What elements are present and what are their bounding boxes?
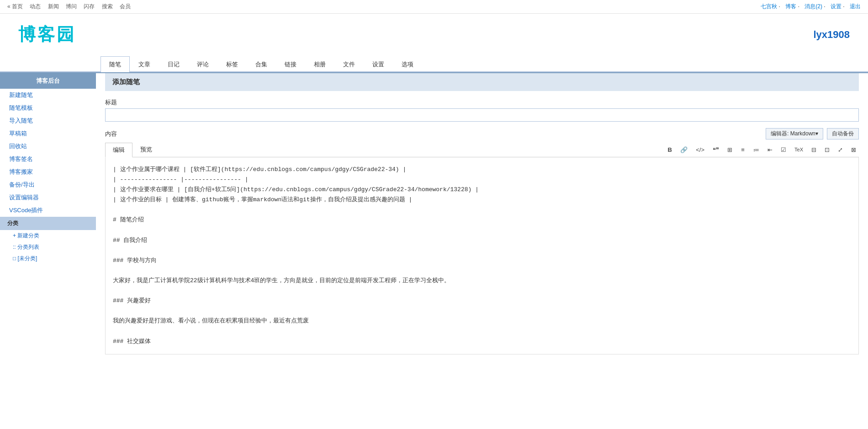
sidebar-editor-settings[interactable]: 设置编辑器	[0, 191, 96, 204]
tab-tag[interactable]: 标签	[217, 56, 247, 72]
tab-diary[interactable]: 日记	[159, 56, 188, 72]
content-group: 内容 编辑器: Markdown▾ 自动备份 编辑 预览 B 🔗 </> ❝❞ …	[105, 128, 859, 354]
main-layout: 博客后台 新建随笔 随笔模板 导入随笔 草稿箱 回收站 博客签名 博客搬家 备份…	[0, 73, 868, 393]
message-link[interactable]: 消息(2)	[804, 3, 822, 10]
nav-questions[interactable]: 博问	[66, 3, 77, 10]
toolbar-btn-extra3[interactable]: ⤢	[835, 145, 846, 155]
toolbar-ul[interactable]: ≡	[738, 145, 748, 155]
toolbar-code[interactable]: </>	[693, 145, 707, 155]
sidebar-migrate[interactable]: 博客搬家	[0, 166, 96, 178]
logo: 博客园	[18, 23, 76, 46]
sidebar-header: 博客后台	[0, 73, 96, 89]
username: lyx1908	[813, 29, 850, 41]
tab-album[interactable]: 相册	[305, 56, 334, 72]
nav-search[interactable]: 搜索	[102, 3, 113, 10]
title-group: 标题	[105, 98, 859, 122]
blog-link[interactable]: 博客	[785, 3, 796, 10]
content-title: 添加随笔	[105, 73, 859, 91]
sidebar-draft[interactable]: 草稿箱	[0, 127, 96, 140]
editor-tab-preview[interactable]: 预览	[132, 142, 160, 157]
nav-member[interactable]: 会员	[120, 3, 131, 10]
sidebar-import[interactable]: 导入随笔	[0, 114, 96, 127]
nav-flash[interactable]: 闪存	[84, 3, 95, 10]
toolbar-ol[interactable]: ≔	[751, 145, 762, 155]
content-area: 添加随笔 标题 内容 编辑器: Markdown▾ 自动备份 编辑 预览 B	[96, 73, 868, 393]
toolbar-tex[interactable]: TeX	[792, 145, 806, 154]
toolbar-btn-extra4[interactable]: ⊠	[848, 145, 859, 155]
sidebar-backup[interactable]: 备份/导出	[0, 178, 96, 191]
toolbar-link[interactable]: 🔗	[677, 145, 690, 155]
tab-link[interactable]: 链接	[276, 56, 305, 72]
content-label: 内容	[105, 130, 117, 138]
top-nav: « 首页 动态 新闻 博问 闪存 搜索 会员 七宫秋 · 博客 · 消息(2) …	[0, 0, 868, 14]
editor-tabs: 编辑 预览 B 🔗 </> ❝❞ ⊞ ≡ ≔ ⇤ ☑ TeX ⊟ ⊡	[105, 142, 859, 157]
sidebar-recycle[interactable]: 回收站	[0, 140, 96, 153]
tab-bar: 随笔 文章 日记 评论 标签 合集 链接 相册 文件 设置 选项	[0, 55, 868, 72]
toolbar-indent[interactable]: ⇤	[765, 145, 775, 155]
auto-save-btn[interactable]: 自动备份	[827, 128, 859, 139]
sidebar-category-list[interactable]: :: 分类列表	[0, 241, 96, 253]
tab-options[interactable]: 选项	[393, 56, 422, 72]
settings-link[interactable]: 设置	[831, 3, 842, 10]
title-input[interactable]	[105, 108, 859, 122]
nav-news[interactable]: 新闻	[48, 3, 59, 10]
sidebar-vscode[interactable]: VSCode插件	[0, 204, 96, 217]
editor-type-btn[interactable]: 编辑器: Markdown▾	[766, 128, 823, 139]
tab-comment[interactable]: 评论	[188, 56, 217, 72]
sidebar-new-suibi[interactable]: 新建随笔	[0, 89, 96, 102]
editor-body[interactable]: | 这个作业属于哪个课程 | [软件工程](https://edu.cnblog…	[105, 157, 859, 354]
sidebar-uncategorized[interactable]: □ [未分类]	[0, 253, 96, 264]
toolbar-btn-extra1[interactable]: ⊟	[809, 145, 819, 155]
header: 博客园 lyx1908	[0, 14, 868, 55]
sidebar-template[interactable]: 随笔模板	[0, 102, 96, 114]
sidebar-category-header: 分类	[0, 217, 96, 230]
editor-controls-right: 编辑器: Markdown▾ 自动备份	[766, 128, 859, 139]
toolbar-table[interactable]: ⊞	[725, 145, 735, 155]
logout-link[interactable]: 退出	[850, 3, 861, 10]
title-label: 标题	[105, 98, 859, 107]
tab-article[interactable]: 文章	[130, 56, 159, 72]
sidebar: 博客后台 新建随笔 随笔模板 导入随笔 草稿箱 回收站 博客签名 博客搬家 备份…	[0, 73, 96, 393]
toolbar-checkbox[interactable]: ☑	[778, 145, 789, 155]
editor-toolbar: B 🔗 </> ❝❞ ⊞ ≡ ≔ ⇤ ☑ TeX ⊟ ⊡ ⤢ ⊠	[665, 142, 859, 157]
content-label-row: 内容 编辑器: Markdown▾ 自动备份	[105, 128, 859, 139]
sidebar-new-category[interactable]: + 新建分类	[0, 230, 96, 241]
nav-home[interactable]: « 首页	[7, 3, 23, 10]
nav-activity[interactable]: 动态	[30, 3, 41, 10]
tab-file[interactable]: 文件	[334, 56, 364, 72]
toolbar-bold[interactable]: B	[665, 145, 675, 155]
toolbar-quote[interactable]: ❝❞	[710, 145, 722, 155]
user-name-link[interactable]: 七宫秋	[761, 3, 777, 10]
top-nav-left: « 首页 动态 新闻 博问 闪存 搜索 会员	[7, 3, 136, 11]
toolbar-btn-extra2[interactable]: ⊡	[822, 145, 832, 155]
tab-collection[interactable]: 合集	[247, 56, 276, 72]
tab-suibi[interactable]: 随笔	[101, 56, 130, 72]
top-nav-right: 七宫秋 · 博客 · 消息(2) · 设置 · 退出	[757, 3, 861, 11]
editor-tab-edit[interactable]: 编辑	[105, 143, 132, 157]
sidebar-signature[interactable]: 博客签名	[0, 153, 96, 166]
tab-settings[interactable]: 设置	[364, 56, 393, 72]
